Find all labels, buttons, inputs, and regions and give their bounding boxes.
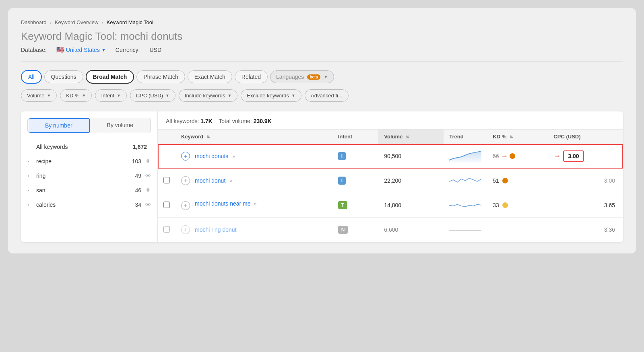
eye-icon[interactable]: 👁 [145,158,151,165]
table-summary: All keywords: 1.7K Total volume: 230.9K [158,111,623,130]
row-checkbox-cell[interactable] [158,169,175,193]
sidebar-toggle: By number By volume [27,118,151,133]
sort-icon: ⇅ [406,135,409,139]
section-divider [21,62,623,62]
arrow-right-icon: → [501,152,508,161]
col-volume[interactable]: Volume ⇅ [378,130,444,144]
row-checkbox-cell[interactable] [158,193,175,218]
sidebar-recipe-label: recipe [36,158,132,165]
filter-intent[interactable]: Intent ▼ [95,89,126,102]
database-label: Database: [21,47,47,53]
filter-volume-label: Volume [27,93,44,99]
breadcrumb-dashboard[interactable]: Dashboard [21,19,47,25]
chevron-down-icon: ▼ [47,93,51,98]
table-row: + mochi donut » I 22,200 [158,169,623,193]
volume-cell: 22,200 [378,169,444,193]
all-keywords-count: 1.7K [200,118,213,124]
breadcrumb-keyword-overview[interactable]: Keyword Overview [55,19,98,25]
sidebar-item-all[interactable]: All keywords 1,672 [21,140,157,154]
filter-kd[interactable]: KD % ▼ [60,89,92,102]
tab-related[interactable]: Related [235,70,268,83]
eye-icon[interactable]: 👁 [145,202,151,208]
filter-cpc[interactable]: CPC (USD) ▼ [130,89,175,102]
tab-all[interactable]: All [21,70,42,84]
kd-value: 56 [493,153,499,159]
sidebar-calories-count: 34 [135,202,141,208]
row-checkbox[interactable] [163,226,170,233]
cpc-cell: 3.65 [548,193,623,218]
kd-cell: 33 [487,193,548,218]
sidebar-item-san[interactable]: › san 46 👁 [21,183,157,198]
intent-cell: T [332,193,379,218]
row-checkbox[interactable] [163,177,170,183]
keyword-link[interactable]: mochi donuts [195,153,228,159]
arrows-right-icon: » [254,201,256,207]
chevron-right-icon: › [27,159,33,164]
keyword-cell: + mochi donuts » [175,144,332,169]
page-title: Keyword Magic Tool: mochi donuts [21,30,623,43]
us-flag-icon: 🇺🇸 [56,46,64,54]
sort-icon: ⇅ [510,135,513,139]
col-intent[interactable]: Intent [332,130,379,144]
sidebar-item-recipe[interactable]: › recipe 103 👁 [21,154,157,169]
tab-questions[interactable]: Questions [44,70,83,83]
sidebar-san-label: san [36,187,135,193]
kd-dot-icon [510,153,515,159]
tab-broad-match[interactable]: Broad Match [86,70,134,84]
keyword-table-area: All keywords: 1.7K Total volume: 230.9K … [158,111,623,242]
tab-phrase-match[interactable]: Phrase Match [136,70,185,83]
filter-kd-label: KD % [66,93,79,99]
cpc-value: 3.36 [604,226,615,233]
col-trend: Trend [444,130,487,144]
filter-volume[interactable]: Volume ▼ [21,89,57,102]
kd-cell: 51 [487,169,548,193]
breadcrumb-current: Keyword Magic Tool [107,19,153,25]
intent-cell: I [332,169,379,193]
chevron-down-icon: ▼ [227,93,231,98]
add-keyword-button[interactable]: + [181,225,190,234]
database-selector[interactable]: 🇺🇸 United States ▼ [56,46,106,54]
col-kd[interactable]: KD % ⇅ [487,130,548,144]
kd-cell [487,218,548,242]
sidebar-ring-count: 49 [135,173,141,179]
sidebar-item-calories[interactable]: › calories 34 👁 [21,198,157,212]
sidebar-calories-label: calories [36,202,135,208]
keyword-cell: + mochi donut » [175,169,332,193]
col-keyword[interactable]: Keyword ⇅ [175,130,332,144]
toggle-by-volume[interactable]: By volume [90,118,151,133]
add-keyword-button[interactable]: + [181,152,190,161]
sidebar-recipe-count: 103 [132,158,141,165]
row-checkbox-cell[interactable] [158,218,175,242]
filter-exclude-keywords[interactable]: Exclude keywords ▼ [241,89,301,102]
toggle-by-number[interactable]: By number [27,118,90,133]
filter-include-keywords[interactable]: Include keywords ▼ [179,89,237,102]
volume-cell: 6,600 [378,218,444,242]
eye-icon[interactable]: 👁 [145,173,151,179]
keywords-table: Keyword ⇅ Intent Volume ⇅ Trend [158,130,623,242]
arrow-right-icon: → [553,152,561,161]
filter-exclude-label: Exclude keywords [247,93,289,99]
table-row: + mochi donuts » I 90,500 [158,144,623,169]
keyword-link[interactable]: mochi donut [195,177,225,184]
intent-badge: N [338,226,348,234]
total-volume-count: 230.9K [254,118,272,124]
add-keyword-button[interactable]: + [181,176,190,185]
chevron-down-icon: ▼ [117,93,121,98]
kd-value: 33 [493,202,499,208]
cpc-cell: 3.36 [548,218,623,242]
add-keyword-button[interactable]: + [181,201,190,210]
currency-label: Currency: [116,47,140,53]
eye-icon[interactable]: 👁 [145,187,151,193]
chevron-down-icon: ▼ [324,74,328,79]
filter-advanced[interactable]: Advanced fi... [305,89,349,102]
currency-value: USD [149,47,161,53]
keyword-cell: + mochi ring donut [175,218,332,242]
tab-languages[interactable]: Languages beta ▼ [270,70,334,83]
table-header-row: Keyword ⇅ Intent Volume ⇅ Trend [158,130,623,144]
row-checkbox[interactable] [163,202,170,208]
tab-exact-match[interactable]: Exact Match [188,70,232,83]
sidebar-item-ring[interactable]: › ring 49 👁 [21,169,157,183]
keyword-link[interactable]: mochi donuts near me [195,200,251,207]
sidebar-all-label: All keywords [36,144,133,150]
keyword-link[interactable]: mochi ring donut [195,226,237,233]
